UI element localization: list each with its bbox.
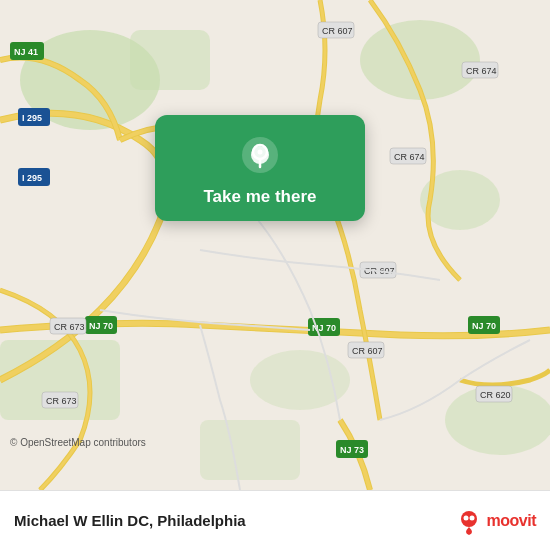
svg-text:CR 673: CR 673 [46, 396, 77, 406]
svg-text:CR 674: CR 674 [466, 66, 497, 76]
svg-text:CR 674: CR 674 [394, 152, 425, 162]
svg-point-44 [463, 515, 468, 520]
svg-text:NJ 70: NJ 70 [472, 321, 496, 331]
svg-text:I 295: I 295 [22, 173, 42, 183]
svg-text:NJ 70: NJ 70 [89, 321, 113, 331]
svg-point-43 [461, 511, 477, 527]
location-name: Michael W Ellin DC, Philadelphia [14, 512, 455, 529]
take-me-there-popup[interactable]: Take me there [155, 115, 365, 221]
svg-point-5 [250, 350, 350, 410]
svg-text:CR 607: CR 607 [322, 26, 353, 36]
svg-text:NJ 41: NJ 41 [14, 47, 38, 57]
moovit-icon [455, 507, 483, 535]
moovit-text: moovit [487, 512, 536, 530]
svg-rect-8 [200, 420, 300, 480]
svg-rect-4 [130, 30, 210, 90]
svg-point-42 [258, 150, 263, 155]
map-container: I 295 I 295 NJ 41 NJ 70 NJ 70 NJ 70 CR 6… [0, 0, 550, 490]
moovit-logo: moovit [455, 507, 536, 535]
svg-point-45 [469, 515, 474, 520]
svg-text:NJ 73: NJ 73 [340, 445, 364, 455]
map-background: I 295 I 295 NJ 41 NJ 70 NJ 70 NJ 70 CR 6… [0, 0, 550, 490]
location-pin-icon [238, 133, 282, 177]
svg-text:CR 673: CR 673 [54, 322, 85, 332]
popup-label: Take me there [203, 187, 316, 207]
svg-text:I 295: I 295 [22, 113, 42, 123]
svg-text:CR 620: CR 620 [480, 390, 511, 400]
bottom-bar: Michael W Ellin DC, Philadelphia moovit [0, 490, 550, 550]
svg-text:CR 607: CR 607 [352, 346, 383, 356]
map-attribution: © OpenStreetMap contributors [10, 437, 146, 448]
